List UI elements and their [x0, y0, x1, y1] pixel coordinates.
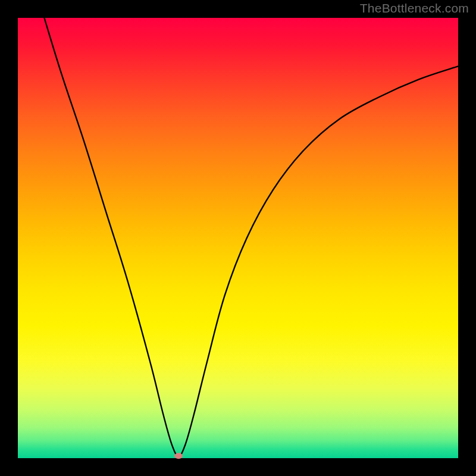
chart-frame: TheBottleneck.com: [0, 0, 476, 476]
watermark-text: TheBottleneck.com: [360, 1, 469, 15]
minimum-marker: [174, 453, 183, 459]
plot-area: [18, 18, 458, 458]
curve-svg: [18, 18, 458, 458]
bottleneck-curve: [44, 18, 458, 456]
